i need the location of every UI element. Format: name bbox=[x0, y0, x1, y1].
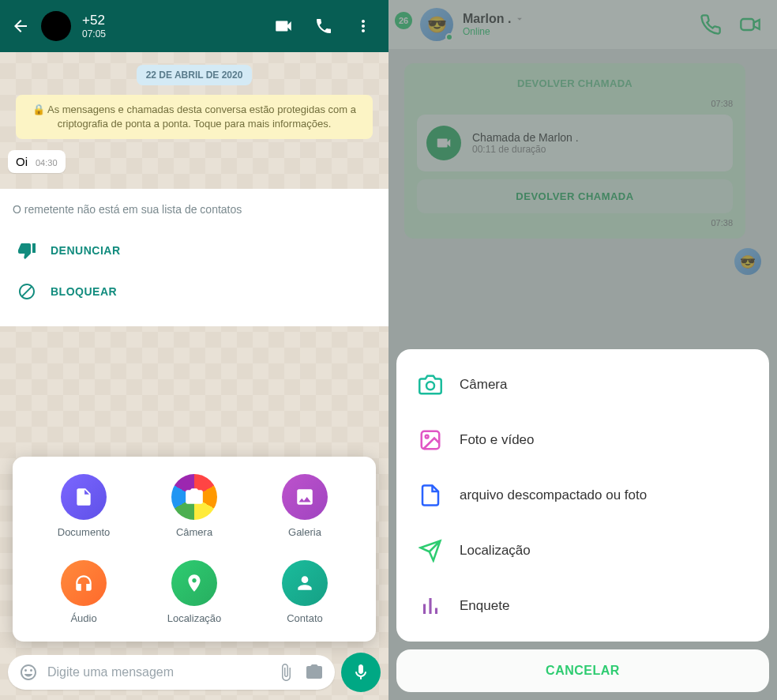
message-input[interactable]: Digite uma mensagem bbox=[8, 655, 335, 690]
date-label: 22 DE ABRIL DE 2020 bbox=[137, 65, 253, 85]
sheet-file[interactable]: arquivo descompactado ou foto bbox=[396, 468, 769, 523]
input-placeholder: Digite uma mensagem bbox=[47, 665, 267, 679]
mic-icon bbox=[351, 663, 370, 682]
attach-camera[interactable]: Câmera bbox=[147, 474, 242, 538]
attach-location[interactable]: Localização bbox=[147, 560, 242, 624]
location-icon bbox=[171, 560, 217, 606]
message-text: Oi bbox=[16, 155, 28, 168]
mic-button[interactable] bbox=[341, 653, 381, 692]
voice-call-icon[interactable] bbox=[310, 12, 338, 40]
cancel-button[interactable]: CANCELAR bbox=[396, 649, 769, 692]
chat-header: +52 07:05 bbox=[0, 0, 388, 52]
incoming-message[interactable]: Oi 04:30 bbox=[8, 150, 66, 173]
unknown-sender-note: O remetente não está em sua lista de con… bbox=[13, 203, 376, 216]
attach-contact[interactable]: Contato bbox=[257, 560, 352, 624]
attach-audio[interactable]: Áudio bbox=[36, 560, 131, 624]
document-icon bbox=[61, 474, 107, 520]
attach-icon[interactable] bbox=[276, 663, 295, 682]
contact-phone: +52 bbox=[82, 13, 257, 28]
video-call-icon[interactable] bbox=[268, 11, 298, 41]
report-button[interactable]: DENUNCIAR bbox=[13, 230, 376, 271]
contact-avatar[interactable] bbox=[41, 11, 71, 41]
whatsapp-chat-screen: +52 07:05 22 DE ABRIL DE 2020 🔒 As mensa… bbox=[0, 0, 388, 700]
attach-document[interactable]: Documento bbox=[36, 474, 131, 538]
file-icon bbox=[417, 482, 444, 509]
svg-point-3 bbox=[426, 435, 429, 438]
encryption-notice[interactable]: 🔒 As mensagens e chamadas desta conversa… bbox=[16, 95, 373, 139]
photo-icon bbox=[417, 427, 444, 453]
poll-icon bbox=[417, 593, 444, 619]
contact-info[interactable]: +52 07:05 bbox=[82, 13, 257, 40]
sheet-poll[interactable]: Enquete bbox=[396, 578, 769, 634]
location-arrow-icon bbox=[417, 537, 444, 564]
attachment-sheet: Documento Câmera Galeria Áudio Localizaç… bbox=[13, 457, 376, 642]
sheet-options: Câmera Foto e vídeo arquivo descompactad… bbox=[396, 349, 769, 642]
contact-icon bbox=[282, 560, 328, 606]
camera-icon bbox=[171, 474, 217, 520]
messenger-chat-screen: 26 😎 Marlon . Online DEVOLVER CHAMADA 07… bbox=[388, 0, 777, 700]
unknown-sender-panel: O remetente não está em sua lista de con… bbox=[0, 189, 388, 326]
camera-input-icon[interactable] bbox=[305, 663, 324, 682]
sheet-photo-video[interactable]: Foto e vídeo bbox=[396, 412, 769, 468]
emoji-icon[interactable] bbox=[19, 663, 38, 682]
more-icon[interactable] bbox=[349, 12, 377, 40]
sheet-location[interactable]: Localização bbox=[396, 523, 769, 578]
message-time: 04:30 bbox=[36, 158, 58, 167]
block-button[interactable]: BLOQUEAR bbox=[13, 271, 376, 312]
input-bar: Digite uma mensagem bbox=[0, 645, 388, 700]
attach-gallery[interactable]: Galeria bbox=[257, 474, 352, 538]
svg-point-1 bbox=[426, 382, 434, 390]
contact-last-seen: 07:05 bbox=[82, 28, 257, 40]
back-icon[interactable] bbox=[11, 17, 30, 36]
attachment-action-sheet: Câmera Foto e vídeo arquivo descompactad… bbox=[396, 349, 769, 700]
block-icon bbox=[17, 282, 36, 301]
audio-icon bbox=[61, 560, 107, 606]
thumbs-down-icon bbox=[17, 241, 36, 260]
sheet-camera[interactable]: Câmera bbox=[396, 357, 769, 412]
camera-icon bbox=[417, 371, 444, 398]
gallery-icon bbox=[282, 474, 328, 520]
